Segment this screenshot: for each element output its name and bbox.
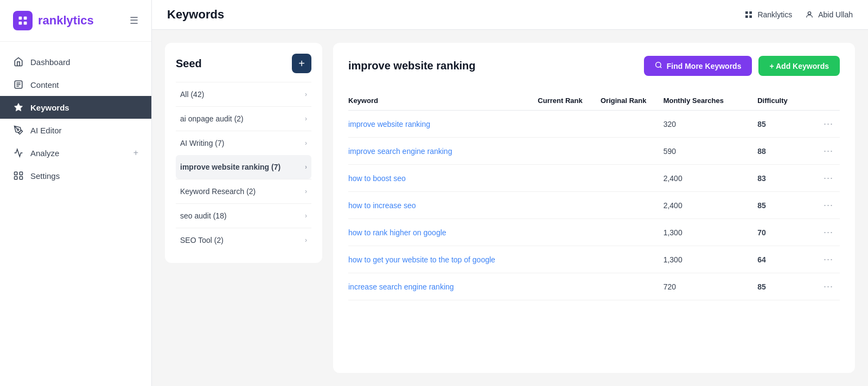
original-rank-cell xyxy=(594,111,657,138)
chevron-icon: › xyxy=(305,139,307,147)
seed-item-seo-tool[interactable]: SEO Tool (2) › xyxy=(176,228,311,252)
monthly-searches-cell: 320 xyxy=(657,111,751,138)
keyword-link[interactable]: improve search engine ranking xyxy=(348,147,452,156)
seed-item-improve-website[interactable]: improve website ranking (7) › xyxy=(176,155,311,179)
difficulty-cell: 85 xyxy=(751,273,814,300)
chevron-icon: › xyxy=(305,91,307,98)
add-keywords-button[interactable]: + Add Keywords xyxy=(758,56,840,76)
keyword-link[interactable]: how to get your website to the top of go… xyxy=(348,255,495,264)
table-row: how to rank higher on google 1,300 70 ··… xyxy=(348,219,840,246)
sidebar-item-settings[interactable]: Settings xyxy=(0,164,151,187)
keywords-actions: Find More Keywords + Add Keywords xyxy=(644,56,840,76)
svg-point-9 xyxy=(17,129,19,131)
keyword-link[interactable]: how to boost seo xyxy=(348,174,406,183)
home-icon xyxy=(13,56,24,67)
col-header-keyword: Keyword xyxy=(348,91,531,111)
settings-icon xyxy=(13,170,24,181)
difficulty-cell: 85 xyxy=(751,192,814,219)
seed-add-button[interactable]: + xyxy=(292,54,311,73)
row-more-button[interactable]: ··· xyxy=(824,200,833,211)
svg-rect-1 xyxy=(24,17,27,20)
row-more-button[interactable]: ··· xyxy=(824,172,833,184)
row-more-button[interactable]: ··· xyxy=(824,145,833,157)
seed-item-improve-website-label: improve website ranking (7) xyxy=(180,163,305,171)
header-brand: Ranklytics xyxy=(744,10,792,19)
keyword-link[interactable]: improve website ranking xyxy=(348,120,430,128)
current-rank-cell xyxy=(531,111,594,138)
svg-rect-12 xyxy=(15,177,17,179)
hamburger-icon[interactable]: ☰ xyxy=(130,15,138,27)
keyword-link[interactable]: how to rank higher on google xyxy=(348,228,446,237)
monthly-searches-cell: 2,400 xyxy=(657,165,751,192)
current-rank-cell xyxy=(531,246,594,273)
svg-rect-10 xyxy=(15,172,17,175)
row-more-button[interactable]: ··· xyxy=(824,254,833,265)
current-rank-cell xyxy=(531,138,594,165)
sidebar-item-ai-editor-label: AI Editor xyxy=(30,126,62,135)
difficulty-cell: 88 xyxy=(751,138,814,165)
row-more-button[interactable]: ··· xyxy=(824,281,833,292)
sidebar-item-keywords[interactable]: Keywords xyxy=(0,96,151,119)
sidebar-item-keywords-label: Keywords xyxy=(30,103,69,112)
chevron-icon: › xyxy=(305,236,307,244)
current-rank-cell xyxy=(531,165,594,192)
logo-text: ranklytics xyxy=(38,14,94,28)
header-user-name: Abid Ullah xyxy=(818,10,853,19)
svg-point-19 xyxy=(656,62,661,67)
keywords-header: improve website ranking Find More Keywor… xyxy=(348,56,840,76)
sidebar-item-content[interactable]: Content xyxy=(0,73,151,96)
sidebar-item-analyze-label: Analyze xyxy=(30,149,59,158)
chevron-icon: › xyxy=(305,115,307,123)
main-area: Keywords Ranklytics Abid Ullah Seed + xyxy=(152,0,868,386)
seed-list: All (42) › ai onpage audit (2) › AI Writ… xyxy=(176,82,311,252)
star-icon xyxy=(13,102,24,113)
find-more-keywords-button[interactable]: Find More Keywords xyxy=(644,56,752,76)
seed-item-ai-writing-label: AI Writing (7) xyxy=(180,139,305,147)
sidebar-item-ai-editor[interactable]: AI Editor xyxy=(0,119,151,141)
find-button-label: Find More Keywords xyxy=(667,62,742,70)
content-area: Seed + All (42) › ai onpage audit (2) › … xyxy=(152,30,868,386)
row-more-button[interactable]: ··· xyxy=(824,118,833,130)
svg-marker-8 xyxy=(15,104,23,111)
col-header-difficulty: Difficulty xyxy=(751,91,814,111)
top-header: Keywords Ranklytics Abid Ullah xyxy=(152,0,868,30)
chevron-icon: › xyxy=(305,212,307,220)
sidebar-item-analyze[interactable]: Analyze + xyxy=(0,141,151,164)
seed-item-keyword-research[interactable]: Keyword Research (2) › xyxy=(176,179,311,203)
sidebar-nav: Dashboard Content Keywords AI Editor Ana… xyxy=(0,42,151,386)
chevron-icon: › xyxy=(305,163,307,171)
grid-icon xyxy=(744,10,753,19)
seed-item-seo-tool-label: SEO Tool (2) xyxy=(180,236,305,245)
difficulty-cell: 85 xyxy=(751,111,814,138)
original-rank-cell xyxy=(594,219,657,246)
analyze-icon xyxy=(13,147,24,158)
svg-rect-2 xyxy=(19,22,22,25)
svg-rect-3 xyxy=(24,22,27,25)
seed-item-all[interactable]: All (42) › xyxy=(176,82,311,106)
monthly-searches-cell: 1,300 xyxy=(657,219,751,246)
svg-rect-15 xyxy=(750,11,752,14)
col-header-monthly-searches: Monthly Searches xyxy=(657,91,751,111)
current-rank-cell xyxy=(531,219,594,246)
keyword-link[interactable]: how to increase seo xyxy=(348,201,416,210)
add-keywords-label: + Add Keywords xyxy=(769,62,829,70)
sidebar-item-dashboard-label: Dashboard xyxy=(30,57,70,67)
svg-rect-16 xyxy=(745,15,748,18)
keywords-panel: improve website ranking Find More Keywor… xyxy=(333,43,855,373)
monthly-searches-cell: 720 xyxy=(657,273,751,300)
svg-rect-17 xyxy=(750,15,752,18)
original-rank-cell xyxy=(594,138,657,165)
table-row: improve search engine ranking 590 88 ··· xyxy=(348,138,840,165)
table-row: how to boost seo 2,400 83 ··· xyxy=(348,165,840,192)
row-more-button[interactable]: ··· xyxy=(824,227,833,238)
seed-item-ai-writing[interactable]: AI Writing (7) › xyxy=(176,131,311,155)
seed-item-seo-audit[interactable]: seo audit (18) › xyxy=(176,203,311,228)
seed-item-ai-onpage[interactable]: ai onpage audit (2) › xyxy=(176,106,311,131)
header-user: Abid Ullah xyxy=(805,10,853,19)
table-row: improve website ranking 320 85 ··· xyxy=(348,111,840,138)
monthly-searches-cell: 590 xyxy=(657,138,751,165)
keyword-link[interactable]: increase search engine ranking xyxy=(348,282,454,291)
difficulty-cell: 83 xyxy=(751,165,814,192)
sidebar-item-dashboard[interactable]: Dashboard xyxy=(0,50,151,73)
seed-item-all-label: All (42) xyxy=(180,90,305,99)
